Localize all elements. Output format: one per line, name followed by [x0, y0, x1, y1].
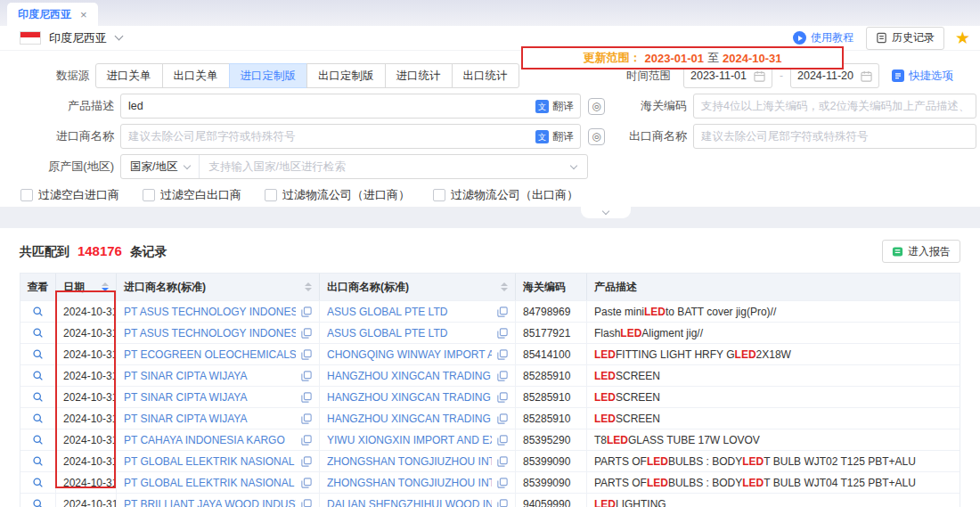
- datasource-option[interactable]: 进口关单: [95, 63, 163, 88]
- view-magnifier-icon[interactable]: [32, 391, 44, 403]
- copy-icon[interactable]: [497, 456, 508, 467]
- checkbox-box[interactable]: [433, 189, 445, 201]
- datasource-option[interactable]: 进口定制版: [229, 63, 308, 88]
- importer-input[interactable]: [120, 124, 581, 149]
- hs-code-input[interactable]: [693, 94, 976, 119]
- filter-checkbox[interactable]: 过滤物流公司（进口商）: [265, 187, 410, 203]
- copy-icon[interactable]: [497, 392, 508, 403]
- exporter-link[interactable]: DALIAN SHENGZHIHUI WOOD INDUST...: [327, 498, 492, 507]
- exporter-link[interactable]: YIWU XIONGXIN IMPORT AND EXPORT...: [327, 434, 492, 446]
- checkbox-box[interactable]: [265, 189, 277, 201]
- tab-indonesia[interactable]: 印度尼西亚 ×: [7, 3, 98, 26]
- copy-icon[interactable]: [497, 371, 508, 381]
- origin-select[interactable]: 国家/地区: [121, 155, 200, 178]
- favorite-star-icon[interactable]: ★: [955, 28, 978, 48]
- copy-icon[interactable]: [497, 413, 508, 424]
- importer-link[interactable]: PT BRILLIANT JAYA WOOD INDUSTRY: [124, 498, 296, 507]
- copy-icon[interactable]: [301, 413, 312, 424]
- view-magnifier-icon[interactable]: [32, 434, 44, 446]
- column-header[interactable]: 出口商名称(标准): [320, 274, 516, 300]
- filter-checkbox[interactable]: 过滤空白出口商: [143, 187, 241, 203]
- importer-link[interactable]: PT ASUS TECHNOLOGY INDONESIA BA...: [124, 327, 296, 339]
- view-magnifier-icon[interactable]: [32, 306, 44, 317]
- hs-code-label: 海关编码: [605, 98, 687, 114]
- exporter-link[interactable]: HANGZHOU XINGCAN TRADING CO LTD: [327, 391, 492, 404]
- keyword-highlight: LED: [647, 477, 668, 489]
- exporter-link[interactable]: HANGZHOU XINGCAN TRADING CO LTD: [327, 370, 492, 382]
- importer-link[interactable]: PT SINAR CIPTA WIJAYA: [124, 370, 296, 382]
- copy-icon[interactable]: [497, 435, 508, 446]
- column-header[interactable]: 日期: [56, 274, 117, 300]
- quick-options-icon: [892, 70, 904, 82]
- exporter-link[interactable]: ASUS GLOBAL PTE LTD: [327, 327, 492, 339]
- importer-link[interactable]: PT SINAR CIPTA WIJAYA: [124, 413, 296, 425]
- datasource-option[interactable]: 出口统计: [452, 63, 519, 88]
- view-magnifier-icon[interactable]: [32, 498, 44, 507]
- exporter-link[interactable]: ASUS GLOBAL PTE LTD: [327, 306, 492, 318]
- translate-link[interactable]: 文 翻译: [535, 99, 574, 114]
- copy-icon[interactable]: [301, 435, 312, 446]
- origin-row: 原产国(地区) 国家/地区: [0, 154, 980, 179]
- copy-icon[interactable]: [497, 499, 508, 507]
- view-magnifier-icon[interactable]: [32, 455, 44, 467]
- sort-caret-icon[interactable]: [299, 282, 312, 291]
- origin-input[interactable]: [200, 160, 571, 173]
- copy-icon[interactable]: [497, 307, 508, 317]
- copy-icon[interactable]: [301, 328, 312, 339]
- datasource-option[interactable]: 出口关单: [162, 63, 230, 88]
- tab-close-icon[interactable]: ×: [80, 9, 87, 20]
- checkbox-box[interactable]: [20, 189, 33, 201]
- exporter-link[interactable]: CHONGQING WINWAY IMPORT AND E...: [327, 348, 492, 361]
- copy-icon[interactable]: [301, 499, 312, 507]
- view-magnifier-icon[interactable]: [32, 370, 44, 381]
- copy-icon[interactable]: [301, 478, 312, 488]
- view-magnifier-icon[interactable]: [32, 477, 44, 488]
- filter-checkbox[interactable]: 过滤空白进口商: [20, 187, 119, 203]
- chevron-down-icon[interactable]: [570, 161, 577, 168]
- exporter-link[interactable]: ZHONGSHAN TONGJIUZHOU INTERNA...: [327, 455, 492, 468]
- copy-icon[interactable]: [497, 478, 508, 488]
- checkbox-box[interactable]: [143, 189, 155, 201]
- exporter-input[interactable]: [693, 124, 976, 149]
- match-mode-icon[interactable]: ◎: [588, 128, 605, 145]
- exporter-link[interactable]: ZHONGSHAN TONGJIUZHOU INTERNA...: [327, 477, 492, 489]
- translate-link[interactable]: 文 翻译: [535, 129, 574, 144]
- copy-icon[interactable]: [497, 328, 508, 339]
- datasource-option[interactable]: 进口统计: [385, 63, 453, 88]
- table-row: 2024-10-31PT GLOBAL ELEKTRIK NASIONALZHO…: [20, 450, 960, 471]
- view-magnifier-icon[interactable]: [32, 327, 44, 339]
- copy-icon[interactable]: [497, 349, 508, 360]
- filter-checkbox[interactable]: 过滤物流公司（出口商）: [433, 187, 578, 203]
- exporter-link[interactable]: HANGZHOU XINGCAN TRADING CO LTD: [327, 413, 492, 425]
- importer-link[interactable]: PT ASUS TECHNOLOGY INDONESIA BA...: [124, 306, 296, 318]
- chevron-down-icon[interactable]: [115, 32, 124, 41]
- view-magnifier-icon[interactable]: [32, 348, 44, 360]
- product-desc-input[interactable]: [120, 94, 581, 119]
- importer-link[interactable]: PT CAHAYA INDONESIA KARGO: [124, 434, 296, 446]
- history-button[interactable]: 历史记录: [866, 27, 944, 50]
- cell-product-desc: LED FITTING LIGHT HRFY G LED 2X18W: [587, 344, 960, 364]
- enter-report-button[interactable]: 进入报告: [882, 240, 960, 263]
- date-from-input[interactable]: 2023-11-01: [683, 63, 772, 88]
- datasource-option[interactable]: 出口定制版: [306, 63, 386, 88]
- copy-icon[interactable]: [301, 307, 312, 317]
- importer-link[interactable]: PT SINAR CIPTA WIJAYA: [124, 391, 296, 404]
- date-to-input[interactable]: 2024-11-20: [790, 63, 879, 88]
- column-header[interactable]: 进口商名称(标准): [117, 274, 320, 300]
- tutorial-link[interactable]: 使用教程: [793, 30, 853, 45]
- copy-icon[interactable]: [301, 392, 312, 403]
- sort-caret-icon[interactable]: [96, 282, 109, 291]
- match-mode-icon[interactable]: ◎: [588, 98, 605, 115]
- view-magnifier-icon[interactable]: [32, 413, 44, 424]
- quick-options-link[interactable]: 快捷选项: [892, 69, 953, 84]
- copy-icon[interactable]: [301, 456, 312, 467]
- importer-link[interactable]: PT GLOBAL ELEKTRIK NASIONAL: [124, 455, 296, 468]
- copy-icon[interactable]: [301, 371, 312, 381]
- importer-link[interactable]: PT GLOBAL ELEKTRIK NASIONAL: [124, 477, 296, 489]
- collapse-panel-handle[interactable]: [581, 207, 631, 218]
- country-name: 印度尼西亚: [49, 30, 107, 46]
- importer-link[interactable]: PT ECOGREEN OLEOCHEMICALS: [124, 348, 296, 361]
- sort-caret-icon[interactable]: [495, 282, 508, 291]
- cell-view: [20, 451, 56, 471]
- copy-icon[interactable]: [301, 349, 312, 360]
